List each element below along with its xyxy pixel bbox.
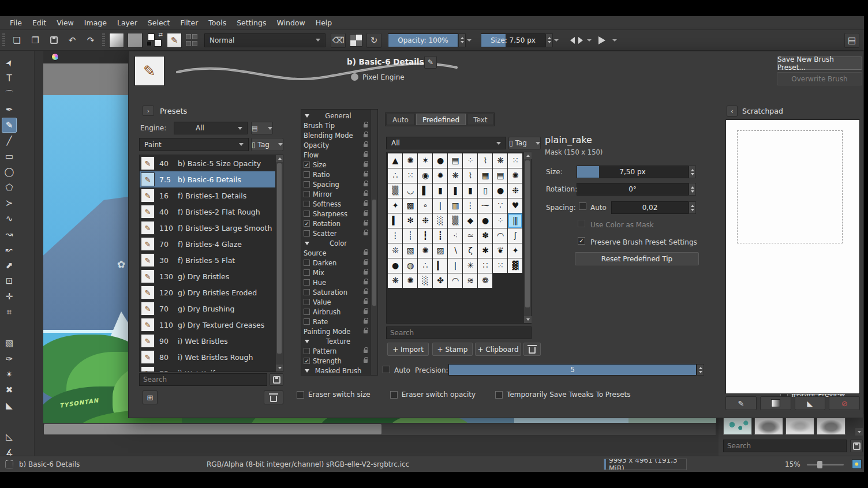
statusbar-dimensions[interactable]: 9993 x 4961 (191,3 MiB) [604, 459, 687, 470]
brush-option-texture[interactable]: Texture [301, 336, 371, 346]
option-checkbox[interactable] [304, 269, 310, 276]
preset-row-b-basic-5-size-opacity[interactable]: ✎40b) Basic-5 Size Opacity [140, 155, 283, 171]
brush-tip-cell[interactable]: ▍ [388, 213, 402, 228]
preset-row-f-bristles-3-large-smooth[interactable]: ✎110f) Bristles-3 Large Smooth [140, 220, 283, 236]
option-checkbox[interactable] [304, 348, 310, 354]
option-checkbox[interactable] [304, 230, 310, 237]
clear-scratchpad-button[interactable]: ⊘ [829, 396, 860, 410]
stamp-tip-button[interactable]: + Stamp [432, 343, 473, 356]
brush-editor-toggle[interactable]: ✎ [167, 33, 182, 48]
brush-tip-cell[interactable]: ▧ [403, 243, 417, 258]
menu-select[interactable]: Select [143, 17, 175, 29]
brush-tip-cell[interactable]: ✺ [403, 153, 417, 168]
brush-tip-cell[interactable]: ✱ [478, 243, 492, 258]
brush-tip-cell[interactable]: ❘ [433, 198, 447, 213]
preset-search-input[interactable] [139, 373, 267, 386]
brush-tip-cell[interactable]: ∖ [448, 243, 462, 258]
brush-tip-cell[interactable]: ⁖ [448, 228, 462, 243]
option-checkbox[interactable] [304, 309, 310, 315]
spacing-auto-checkbox[interactable] [579, 202, 586, 210]
brush-tip-cell[interactable]: ❉ [508, 183, 522, 198]
brush-tip-cell[interactable]: ✳ [463, 258, 477, 273]
tool-freehand-path[interactable]: ↝ [2, 227, 17, 242]
brush-tip-cell[interactable]: ● [478, 213, 492, 228]
brush-tip-cell[interactable]: ▥ [448, 198, 462, 213]
size-slider[interactable]: Size: 7,50 px [481, 33, 545, 47]
brush-tip-cell[interactable]: ❋ [493, 153, 507, 168]
canvas-only-mode-icon[interactable] [852, 459, 862, 469]
brush-option-pattern[interactable]: Pattern [301, 346, 371, 356]
reset-predefined-tip-button[interactable]: Reset Predefined Tip [575, 252, 699, 265]
menu-view[interactable]: View [51, 17, 79, 29]
brush-tip-cell[interactable]: ⁙ [403, 168, 417, 183]
brush-tip-cell[interactable]: ❋ [448, 168, 462, 183]
reload-preset-icon[interactable]: ↻ [366, 33, 381, 48]
brush-tip-cell[interactable]: ♥ [508, 198, 522, 213]
brush-tip-cell[interactable]: ⋮ [388, 228, 402, 243]
brush-tip-cell[interactable]: ▮ [463, 183, 477, 198]
scratchpad-canvas[interactable] [725, 119, 860, 394]
docker-search-input[interactable] [723, 440, 847, 452]
tool-select-shapes[interactable]: ➤ [0, 52, 20, 73]
preset-row-f-bristles-2-flat-rough[interactable]: ✎40f) Bristles-2 Flat Rough [140, 204, 283, 220]
tip-grid-scrollbar[interactable] [523, 152, 531, 323]
brush-tip-cell[interactable]: ʃ [508, 228, 522, 243]
brush-tip-cell[interactable]: ▦ [478, 168, 492, 183]
horizontal-scrollbar-thumb[interactable] [44, 424, 381, 434]
preset-thumbnail[interactable] [785, 418, 814, 435]
tab-text[interactable]: Text [467, 114, 493, 125]
tool-polygon[interactable]: ⬠ [2, 180, 17, 195]
footer-check-temporarily-save-tweaks-to-presets[interactable]: Temporarily Save Tweaks To Presets [495, 391, 630, 399]
add-preset-button[interactable]: ⊞ [143, 391, 158, 404]
precision-auto-checkbox[interactable] [383, 366, 390, 373]
brush-tip-cell[interactable]: ▮ [433, 183, 447, 198]
opacity-options-dropdown[interactable] [466, 33, 473, 47]
brush-tip-cell[interactable]: ▒ [388, 183, 402, 198]
engine-filter-combo[interactable]: All [174, 122, 248, 134]
brush-option-brush-tip[interactable]: Brush Tip [301, 121, 371, 130]
brush-tip-cell[interactable]: ┋ [433, 228, 447, 243]
brush-tip-cell[interactable]: ⁙ [508, 153, 522, 168]
scroll-down-icon[interactable] [524, 316, 532, 323]
mirror-vertical-icon[interactable] [594, 33, 609, 48]
tool-multibrush[interactable]: ⬈ [2, 258, 17, 273]
brush-tip-cell[interactable]: ⋮ [463, 198, 477, 213]
horizontal-scrollbar[interactable] [43, 423, 716, 436]
tip-spacing-spinner[interactable] [689, 201, 696, 214]
tip-filter-combo[interactable]: All [386, 137, 506, 149]
scroll-down-icon[interactable] [276, 365, 283, 371]
docker-scroll-down-icon[interactable] [855, 428, 863, 436]
toolbar-drag-handle[interactable] [102, 33, 105, 47]
preset-tag-button[interactable]: ▯ Tag [251, 138, 283, 151]
preset-list-scrollbar[interactable] [275, 155, 283, 371]
checkbox[interactable] [495, 391, 503, 399]
tool-crop[interactable]: ⌗ [2, 305, 17, 320]
workspace-chooser-icon[interactable]: ▤ [844, 33, 859, 48]
footer-check-eraser-switch-opacity[interactable]: Eraser switch opacity [390, 391, 476, 399]
brush-tip-cell[interactable]: ✽ [478, 228, 492, 243]
tip-size-spinner[interactable] [689, 166, 696, 178]
brush-option-rate[interactable]: Rate [301, 317, 371, 326]
preset-row-i-wet-knife[interactable]: ✎75i) Wet Knife [140, 365, 283, 372]
rename-preset-icon[interactable]: ✎ [424, 56, 437, 69]
tab-auto[interactable]: Auto [386, 114, 415, 125]
brush-tip-cell[interactable]: ● [493, 183, 507, 198]
brush-option-general[interactable]: General [301, 111, 371, 121]
brush-tip-cell[interactable]: ● [433, 153, 447, 168]
tool-smart-patch[interactable]: ✖ [2, 382, 17, 397]
clipboard-tip-button[interactable]: + Clipboard [475, 343, 521, 356]
tool-colorize-mask[interactable]: ✴ [2, 367, 17, 382]
size-options-dropdown[interactable] [553, 33, 560, 47]
option-checkbox[interactable] [304, 299, 310, 305]
option-checkbox[interactable] [304, 171, 310, 178]
presets-collapse-button[interactable]: › [143, 106, 154, 116]
save-new-brush-preset-button[interactable]: Save New Brush Preset... [777, 57, 862, 70]
tip-tag-button[interactable]: ▯ Tag [508, 137, 541, 149]
mirror-horizontal-dropdown[interactable] [586, 33, 593, 47]
brush-tip-cell[interactable]: ░ [433, 213, 447, 228]
delete-tip-button[interactable] [523, 343, 541, 356]
brush-tip-cell[interactable]: ❘ [448, 258, 462, 273]
preset-row-f-bristles-5-flat[interactable]: ✎30f) Bristles-5 Flat [140, 252, 283, 268]
import-tip-button[interactable]: + Import [387, 343, 429, 356]
tool-gradient[interactable]: ▧ [2, 336, 17, 351]
